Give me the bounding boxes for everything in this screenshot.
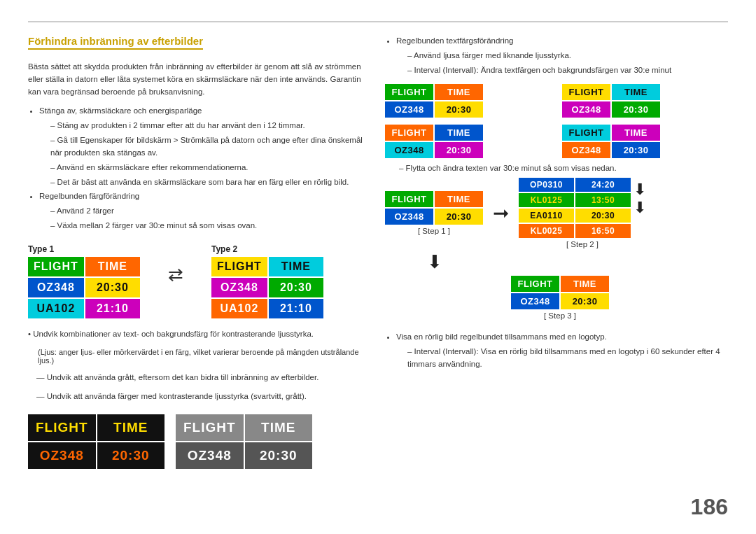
right-sub-list: Använd ljusa färger med liknande ljussty… [396,50,728,77]
t2-cell-6: 21:10 [269,299,323,318]
s2-c3: KL0125 [519,193,574,207]
arrow-down-2: ⬇ [634,200,646,216]
rb1-c1: FLIGHT [385,84,433,100]
bb2-cell-2: TIME [245,414,313,441]
sub-2a2: Växla mellan 2 färger var 30:e minut så … [50,220,364,232]
big-board-1: FLIGHT TIME OZ348 20:30 [28,414,164,469]
sub-1a: Stäng av produkten i 2 timmar efter att … [50,120,364,132]
top-divider [28,21,728,22]
step2-group: OP0310 24:20 KL0125 13:50 EA0110 20:30 K… [519,178,646,248]
rb3-c1: FLIGHT [385,125,433,141]
rb3-c3: OZ348 [385,142,433,158]
rb3-c2: TIME [435,125,483,141]
intro-text: Bästa sättet att skydda produkten från i… [28,61,364,98]
right-bottom-list: Visa en rörlig bild regelbundet tillsamm… [385,331,728,370]
bb2-cell-4: 20:30 [245,442,313,469]
right-board-2: FLIGHT TIME OZ348 20:30 [562,84,660,118]
bullet-2: Regelbunden färgförändring [39,190,364,203]
big-board-2: FLIGHT TIME OZ348 20:30 [176,414,312,469]
type2-board: FLIGHT TIME OZ348 20:30 UA102 21:10 [211,257,323,318]
arrow-down-1: ⬇ [634,182,646,197]
page-number: 186 [691,494,728,520]
s3-c2: TIME [561,276,609,292]
content-area: Förhindra inbränning av efterbilder Bäst… [28,35,728,520]
left-column: Förhindra inbränning av efterbilder Bäst… [28,35,364,520]
dash-text-2: Undvik att använda grått, eftersom det k… [28,372,364,384]
s2-c6: 20:30 [575,209,631,223]
step-arrow-right: ➞ [493,202,509,225]
t2-cell-4: 20:30 [269,278,323,297]
s3-c1: FLIGHT [511,276,559,292]
bullet-list-1: Stänga av, skärmsläckare och energisparl… [28,105,364,234]
step-1-2-row: FLIGHT TIME OZ348 20:30 [ Step 1 ] ➞ [385,178,728,248]
rb1-c2: TIME [435,84,483,100]
arrow-between-types: ⇄ [168,264,183,286]
bb1-cell-3: OZ348 [28,442,96,469]
step1-board: FLIGHT TIME OZ348 20:30 [385,191,483,225]
t2-cell-2: TIME [269,257,323,276]
step3-label: [ Step 3 ] [544,311,576,320]
right-bottom-sub: Interval (Intervall): Visa en rörlig bil… [396,346,728,371]
step-dash-text: – Flytta och ändra texten var 30:e minut… [385,164,728,172]
sub-1c2: Det är bäst att använda en skärmsläckare… [50,176,364,189]
step1-label: [ Step 1 ] [418,227,450,235]
right-bullet-list: Regelbunden textfärgsförändring Använd l… [385,35,728,78]
rb2-c1: FLIGHT [562,84,610,100]
rb1-c3: OZ348 [385,101,433,118]
sub-1c: Använd en skärmsläckare efter rekommenda… [50,162,364,174]
bb2-cell-3: OZ348 [176,442,244,469]
t2-cell-1: FLIGHT [211,257,267,276]
rb4-c3: OZ348 [562,142,610,158]
s1-c1: FLIGHT [385,191,433,207]
rb4-c2: TIME [612,125,660,141]
right-boards-2x2: FLIGHT TIME OZ348 20:30 FLIGHT TIME OZ34… [385,84,728,158]
s2-c1: OP0310 [519,178,574,192]
bb1-cell-1: FLIGHT [28,414,96,441]
s3-c3: OZ348 [511,293,559,309]
big-boards-section: FLIGHT TIME OZ348 20:30 FLIGHT TIME OZ34… [28,414,364,469]
step2-board-arrows: OP0310 24:20 KL0125 13:50 EA0110 20:30 K… [519,178,646,238]
t2-cell-3: OZ348 [211,278,267,297]
s3-c4: 20:30 [561,293,609,309]
rb3-c4: 20:30 [435,142,483,158]
right-bottom-text: Visa en rörlig bild regelbundet tillsamm… [385,331,728,372]
sub-1b: Gå till Egenskaper för bildskärm > Ström… [50,134,364,160]
s2-c4: 13:50 [575,193,631,207]
sub-list-1: Stäng av produkten i 2 timmar efter att … [39,120,364,188]
rb2-c2: TIME [612,84,660,100]
s2-c2: 24:20 [575,178,631,192]
bullet-dash-1: • Undvik kombinationer av text- och bakg… [28,328,364,341]
step3-board: FLIGHT TIME OZ348 20:30 [511,276,609,309]
type-section: Type 1 FLIGHT TIME OZ348 20:30 UA102 21:… [28,244,364,318]
sub-2a: Använd 2 färger [50,205,364,218]
type2-block: Type 2 FLIGHT TIME OZ348 20:30 UA102 21:… [211,244,323,318]
t2-cell-5: UA102 [211,299,267,318]
bb2-cell-1: FLIGHT [176,414,244,441]
t1-cell-3: OZ348 [28,278,84,297]
bullet-dash-1-sub: (Ljus: anger ljus- eller mörkervärdet i … [28,348,364,365]
right-column: Regelbunden textfärgsförändring Använd l… [385,35,728,520]
section-title: Förhindra inbränning av efterbilder [28,35,364,54]
page-container: Förhindra inbränning av efterbilder Bäst… [0,0,756,534]
rb2-c4: 20:30 [612,101,660,118]
step3-group: FLIGHT TIME OZ348 20:30 [ Step 3 ] [392,276,728,320]
type2-label: Type 2 [211,244,237,254]
bb1-cell-2: TIME [97,414,165,441]
s2-c5: EA0110 [519,209,574,223]
s2-c8: 16:50 [575,224,631,238]
t1-cell-6: 21:10 [85,299,140,318]
sub-list-2: Använd 2 färger Växla mellan 2 färger va… [39,205,364,232]
right-bottom-bullet: Visa en rörlig bild regelbundet tillsamm… [396,331,728,344]
type1-label: Type 1 [28,244,54,254]
step2-label: [ Step 2 ] [566,240,598,248]
bb1-cell-4: 20:30 [97,442,165,469]
s1-c2: TIME [435,191,483,207]
right-board-1: FLIGHT TIME OZ348 20:30 [385,84,483,118]
step2-arrows: ⬇ ⬇ [634,178,646,216]
t1-cell-2: TIME [85,257,140,276]
right-sub-1b: Interval (Intervall): Ändra textfärgen o… [407,64,728,77]
right-sub-1a: Använd ljusa färger med liknande ljussty… [407,50,728,62]
bullet-1: Stänga av, skärmsläckare och energisparl… [39,105,364,118]
step2-board: OP0310 24:20 KL0125 13:50 EA0110 20:30 K… [519,178,631,238]
rb2-c3: OZ348 [562,101,610,118]
